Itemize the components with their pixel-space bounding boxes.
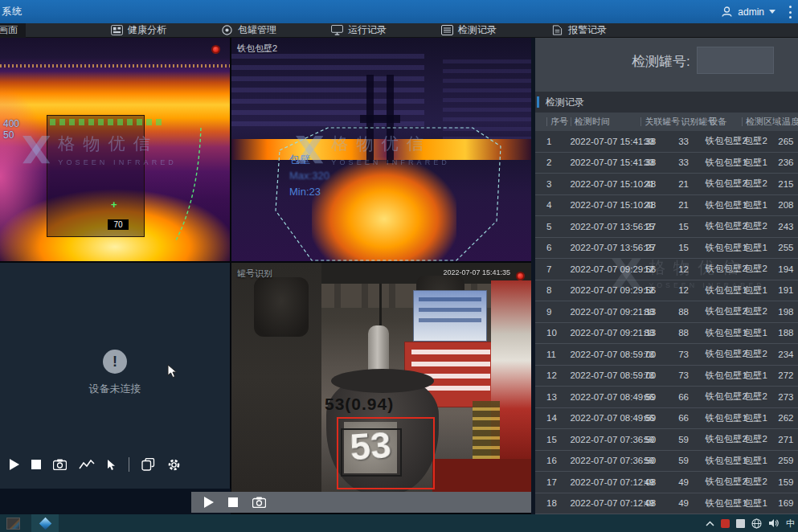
table-cell: 2022-07-07 15:10:48: [570, 179, 644, 189]
tray-window-icon[interactable]: [736, 519, 745, 528]
table-row[interactable]: 22022-07-07 15:41:383333铁包包壁1包壁1236: [535, 153, 798, 174]
camera-timestamp: 2022-07-07 15:41:35: [443, 268, 510, 276]
table-row[interactable]: 172022-07-07 07:12:084949铁包包壁2包壁2159: [535, 472, 798, 493]
snapshot-button[interactable]: [53, 459, 67, 470]
table-cell: 2022-07-07 13:56:27: [570, 222, 644, 231]
table-row[interactable]: 82022-07-07 09:29:561212铁包包壁1包壁1191: [535, 280, 798, 302]
thermal-view-left[interactable]: 400 50 + 70 格物优信 YOSEEN INFRARED: [0, 38, 230, 261]
list-icon: [441, 25, 453, 35]
scale-min: 50: [3, 129, 19, 141]
roi-max: Max:320: [289, 168, 329, 184]
table-row[interactable]: 112022-07-07 08:59:007373铁包包壁2包壁2234: [535, 344, 798, 366]
user-menu[interactable]: admin: [721, 0, 775, 23]
tab-health-analysis[interactable]: 健康分析: [103, 23, 174, 38]
table-cell: 188: [778, 328, 798, 338]
stop-button[interactable]: [228, 497, 238, 507]
table-cell: 14: [546, 413, 570, 423]
table-row[interactable]: 182022-07-07 07:12:084949铁包包壁1包壁1169: [535, 493, 798, 515]
roi-stats: 包壁 Max:320 Min:23: [289, 152, 329, 200]
column-header[interactable]: 设备: [705, 117, 742, 126]
table-cell: 265: [778, 137, 798, 146]
tab-detection-records[interactable]: 检测记录: [433, 23, 505, 38]
table-cell: 2022-07-07 08:49:59: [570, 413, 644, 423]
column-header[interactable]: 关联罐号: [640, 117, 677, 126]
column-header[interactable]: 识别罐号: [677, 117, 705, 126]
table-row[interactable]: 122022-07-07 08:59:007373铁包包壁1包壁1272: [535, 366, 798, 387]
table-cell: 88: [678, 328, 705, 338]
table-cell: 铁包包壁2: [705, 178, 743, 190]
taskbar-active-app[interactable]: [31, 514, 59, 532]
tab-ladle-management[interactable]: 包罐管理: [213, 23, 284, 38]
table-cell: 21: [678, 200, 705, 210]
table-cell: 2022-07-07 13:56:27: [570, 243, 644, 252]
table-row[interactable]: 102022-07-07 09:21:138888铁包包壁1包壁1188: [535, 323, 798, 345]
table-cell: 包壁1: [743, 157, 778, 169]
tray-volume-icon[interactable]: [768, 518, 780, 528]
tray-chevron-up-icon[interactable]: [706, 521, 714, 526]
chevron-down-icon: [769, 10, 775, 14]
table-cell: 49: [644, 477, 678, 487]
table-cell: 包壁1: [743, 284, 778, 297]
table-row[interactable]: 32022-07-07 15:10:482121铁包包壁2包壁2215: [535, 174, 798, 195]
table-row[interactable]: 142022-07-07 08:49:596666铁包包壁1包壁1262: [535, 408, 798, 430]
tab-alarm-records[interactable]: 报警记录: [543, 23, 615, 38]
play-button[interactable]: [10, 459, 19, 470]
tray-recorder-icon[interactable]: [721, 519, 730, 528]
taskbar-app-icon[interactable]: [6, 518, 20, 530]
table-cell: 159: [778, 477, 798, 487]
table-cell: 33: [678, 137, 705, 146]
video-toolbar-left: [0, 455, 230, 474]
tank-number-input[interactable]: [697, 47, 774, 74]
table-row[interactable]: 72022-07-07 09:29:561212铁包包壁2包壁2194: [535, 259, 798, 280]
table-cell: 7: [546, 264, 570, 274]
trend-chart-button[interactable]: [79, 459, 95, 470]
tabbar: 画面 健康分析 包罐管理 运行记录: [0, 23, 798, 38]
stop-button[interactable]: [31, 460, 41, 469]
table-row[interactable]: 62022-07-07 13:56:271515铁包包壁1包壁1255: [535, 238, 798, 260]
settings-gear-button[interactable]: [167, 458, 181, 472]
monitor-icon: [331, 25, 343, 35]
table-row[interactable]: 162022-07-07 07:36:505959铁包包壁1包壁1259: [535, 451, 798, 473]
pointer-tool-button[interactable]: [107, 459, 117, 471]
table-cell: 铁包包壁1: [705, 370, 743, 382]
document-icon: [551, 25, 563, 35]
column-header[interactable]: 温度: [778, 117, 798, 126]
column-header[interactable]: 检测时间: [571, 117, 641, 126]
table-cell: 2022-07-07 09:21:13: [570, 307, 644, 317]
table-row[interactable]: 132022-07-07 08:49:596666铁包包壁2包壁2273: [535, 387, 798, 408]
column-header[interactable]: 检测区域: [742, 117, 778, 126]
table-cell: 2022-07-07 08:59:00: [570, 370, 644, 380]
tab-run-records[interactable]: 运行记录: [323, 23, 395, 38]
table-row[interactable]: 12022-07-07 15:41:383333铁包包壁2包壁2265: [535, 131, 798, 153]
table-cell: 2022-07-07 09:29:56: [570, 264, 644, 274]
table-cell: 59: [678, 456, 705, 465]
overflow-menu-icon[interactable]: [788, 6, 792, 18]
thermal-view-right[interactable]: 包壁 Max:320 Min:23 格物优信 YOSEEN INFRARED 铁…: [231, 38, 531, 261]
main-content: 400 50 + 70 格物优信 YOSEEN INFRARED: [0, 38, 798, 514]
table-row[interactable]: 52022-07-07 13:56:271515铁包包壁2包壁2243: [535, 216, 798, 238]
tab-screen[interactable]: 画面: [0, 23, 26, 38]
table-cell: 49: [678, 477, 705, 487]
table-cell: 169: [778, 498, 798, 508]
warning-icon: !: [103, 350, 127, 374]
table-row[interactable]: 42022-07-07 15:10:482121铁包包壁1包壁1208: [535, 195, 798, 217]
column-header[interactable]: 序号: [546, 117, 571, 126]
snapshot-button[interactable]: [252, 497, 266, 508]
table-cell: 13: [546, 392, 570, 402]
table-row[interactable]: 152022-07-07 07:36:505959铁包包壁2包壁2271: [535, 429, 798, 451]
table-cell: 包壁1: [743, 327, 778, 339]
table-cell: 73: [644, 350, 678, 359]
visible-camera-view[interactable]: 53 53(0.94) 罐号识别 2022-07-07 15:41:35: [231, 263, 531, 492]
table-cell: 73: [644, 370, 678, 380]
app-diamond-icon: [39, 517, 51, 530]
table-cell: 铁包包壁2: [705, 263, 743, 275]
table-cell: 21: [678, 179, 705, 189]
offline-view[interactable]: ! 设备未连接: [0, 263, 230, 489]
user-name: admin: [738, 6, 764, 18]
tray-ime-indicator[interactable]: 中: [786, 518, 795, 530]
play-button[interactable]: [204, 497, 214, 508]
table-row[interactable]: 92022-07-07 09:21:138888铁包包壁2包壁2198: [535, 301, 798, 323]
tray-network-globe-icon[interactable]: [751, 518, 762, 529]
spot-temp-label: 70: [108, 219, 129, 230]
copy-layout-button[interactable]: [141, 458, 155, 471]
